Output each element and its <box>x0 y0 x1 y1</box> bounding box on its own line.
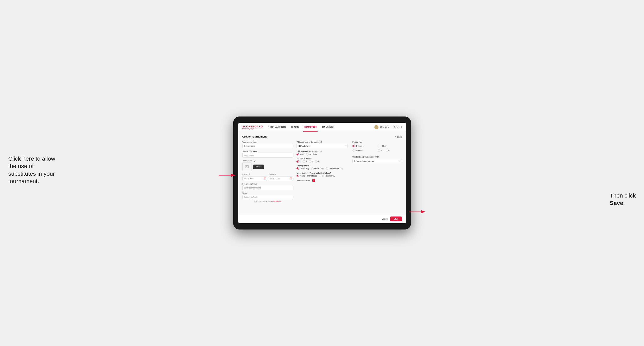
format-6count5[interactable]: 6 count 5 <box>378 149 402 152</box>
start-date-label: Start date <box>242 173 267 175</box>
rounds-4-radio[interactable] <box>315 160 318 163</box>
gender-mens-radio[interactable] <box>296 153 299 156</box>
form-column-1: Tournament Host Tournament name Tourname… <box>242 141 294 204</box>
page-title: Create Tournament <box>242 135 267 138</box>
individuals-only[interactable]: Individuals Only <box>319 175 335 177</box>
sponsor-input[interactable] <box>242 185 294 190</box>
venue-group: Venue Can't find your venue? email suppo… <box>242 192 294 202</box>
teams-plus-radio[interactable] <box>296 175 299 177</box>
format-other[interactable]: Other <box>378 145 402 147</box>
tournament-logo-group: Tournament logo Upload <box>242 160 294 171</box>
back-link[interactable]: < Back <box>395 136 402 138</box>
teams-label: Is this event for Teams and/or Individua… <box>296 172 348 174</box>
tournament-logo-label: Tournament logo <box>242 160 294 162</box>
teams-plus-individuals[interactable]: Teams (+Individuals) <box>296 175 317 177</box>
substitutes-label: Allow substitutes? <box>296 179 311 182</box>
nav-item-tournaments[interactable]: TOURNAMENTS <box>268 123 286 132</box>
rounds-2[interactable]: 2 <box>303 160 307 163</box>
substitutes-group: Allow substitutes? <box>296 179 348 182</box>
logo-upload-area: Upload <box>242 162 294 171</box>
scoring-radio-group: Stroke Play Match Play Medal Match Play <box>296 168 348 170</box>
save-button[interactable]: Save <box>390 216 402 221</box>
scoring-group: Scoring system Stroke Play Match Play <box>296 165 348 170</box>
format-6count4[interactable]: 6 count 4 <box>352 149 376 152</box>
format-6count4-radio[interactable] <box>352 149 355 152</box>
right-annotation: Then click Save. <box>610 192 636 207</box>
logo-placeholder <box>242 162 252 171</box>
cancel-button[interactable]: Cancel <box>382 218 388 220</box>
avatar: B <box>374 125 378 129</box>
scoring-label: Scoring system <box>296 165 348 167</box>
create-tournament-form: Tournament Host Tournament name Tourname… <box>242 141 402 204</box>
venue-hint: Can't find your venue? email support <box>242 200 294 202</box>
user-name: blair admin <box>380 126 390 128</box>
rounds-radio-group: 1 2 3 <box>296 160 348 163</box>
rounds-3-radio[interactable] <box>309 160 311 163</box>
rounds-label: Number of rounds <box>296 158 348 160</box>
nav-item-committee[interactable]: COMMITTEE <box>303 123 318 132</box>
division-label: Which division is the event for? <box>296 141 348 143</box>
end-date-label: End date <box>269 173 293 175</box>
page-content: Create Tournament < Back Tournament Host… <box>238 132 406 214</box>
form-footer: Cancel Save <box>238 214 406 223</box>
scoring-medal-radio[interactable] <box>326 168 328 170</box>
right-arrow <box>407 208 428 216</box>
tournament-host-input[interactable] <box>242 144 294 148</box>
scoring-match-radio[interactable] <box>311 168 314 170</box>
form-column-2: Which division is the event for? NCAA Di… <box>296 141 348 204</box>
calendar-icon-end: 📅 <box>290 177 292 180</box>
gender-womens-radio[interactable] <box>306 153 309 156</box>
nav-item-rankings[interactable]: RANKINGS <box>322 123 335 132</box>
teams-group: Is this event for Teams and/or Individua… <box>296 172 348 177</box>
gender-mens[interactable]: Mens <box>296 153 304 156</box>
rounds-3[interactable]: 3 <box>309 160 313 163</box>
navigation: SCOREBOARD Powered by clippd TOURNAMENTS… <box>238 123 406 132</box>
division-group: Which division is the event for? NCAA Di… <box>296 141 348 148</box>
tablet-device: SCOREBOARD Powered by clippd TOURNAMENTS… <box>233 117 411 229</box>
scoring-match[interactable]: Match Play <box>311 168 324 170</box>
form-column-3: Format type 5 count 4 Other <box>351 141 402 204</box>
format-5count4[interactable]: 5 count 4 <box>352 145 376 147</box>
left-annotation: Click here to allow the use of substitut… <box>8 155 62 185</box>
rounds-1[interactable]: 1 <box>296 160 301 163</box>
format-other-radio[interactable] <box>378 145 380 147</box>
gender-radio-group: Mens Womens <box>296 153 348 156</box>
tournament-host-label: Tournament Host <box>242 141 294 143</box>
image-icon <box>245 165 249 169</box>
end-date-group: End date 📅 <box>269 173 293 181</box>
api-select[interactable]: Select a scoring service <box>352 159 402 163</box>
calendar-icon-start: 📅 <box>264 177 266 180</box>
app-logo: SCOREBOARD Powered by clippd <box>242 125 263 130</box>
api-label: Use third-party live scoring API? <box>352 156 402 158</box>
upload-button[interactable]: Upload <box>253 165 264 169</box>
format-group: Format type 5 count 4 Other <box>352 141 402 153</box>
scoring-stroke-radio[interactable] <box>296 168 299 170</box>
tournament-name-input[interactable] <box>242 153 294 158</box>
division-select[interactable]: NCAA Division I <box>296 144 348 148</box>
rounds-2-radio[interactable] <box>303 160 305 163</box>
nav-item-teams[interactable]: TEAMS <box>290 123 299 132</box>
substitutes-checkbox-wrapper: Allow substitutes? <box>296 179 348 182</box>
format-5count4-radio[interactable] <box>352 145 355 147</box>
tablet-screen: SCOREBOARD Powered by clippd TOURNAMENTS… <box>238 123 406 223</box>
gender-womens[interactable]: Womens <box>306 153 316 156</box>
tournament-host-group: Tournament Host <box>242 141 294 148</box>
dates-row: Start date 📅 End date 📅 <box>242 173 294 181</box>
individuals-only-radio[interactable] <box>319 175 321 177</box>
format-6count5-radio[interactable] <box>378 149 380 152</box>
scoring-medal[interactable]: Medal Match Play <box>326 168 344 170</box>
format-title: Format type <box>352 141 402 143</box>
api-group: Use third-party live scoring API? Select… <box>352 156 402 163</box>
venue-input[interactable] <box>242 195 294 199</box>
rounds-1-radio[interactable] <box>296 160 299 163</box>
gender-group: Which gender is the event for? Mens Wome… <box>296 150 348 156</box>
sign-out-link[interactable]: Sign out <box>394 126 402 128</box>
sponsor-label: Sponsor (optional) <box>242 183 294 185</box>
scoring-stroke[interactable]: Stroke Play <box>296 168 309 170</box>
email-support-link[interactable]: email support <box>271 200 281 202</box>
substitutes-checkbox[interactable] <box>312 179 315 182</box>
sponsor-group: Sponsor (optional) <box>242 183 294 190</box>
page-header: Create Tournament < Back <box>242 135 402 138</box>
nav-items: TOURNAMENTS TEAMS COMMITTEE RANKINGS <box>268 123 374 132</box>
rounds-4[interactable]: 4 <box>315 160 319 163</box>
